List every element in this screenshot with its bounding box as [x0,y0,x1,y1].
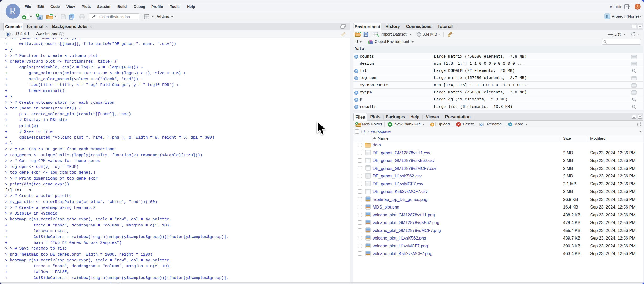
svg-text:R: R [39,16,41,19]
svg-text:R: R [606,15,609,19]
svg-text:R: R [7,32,10,36]
